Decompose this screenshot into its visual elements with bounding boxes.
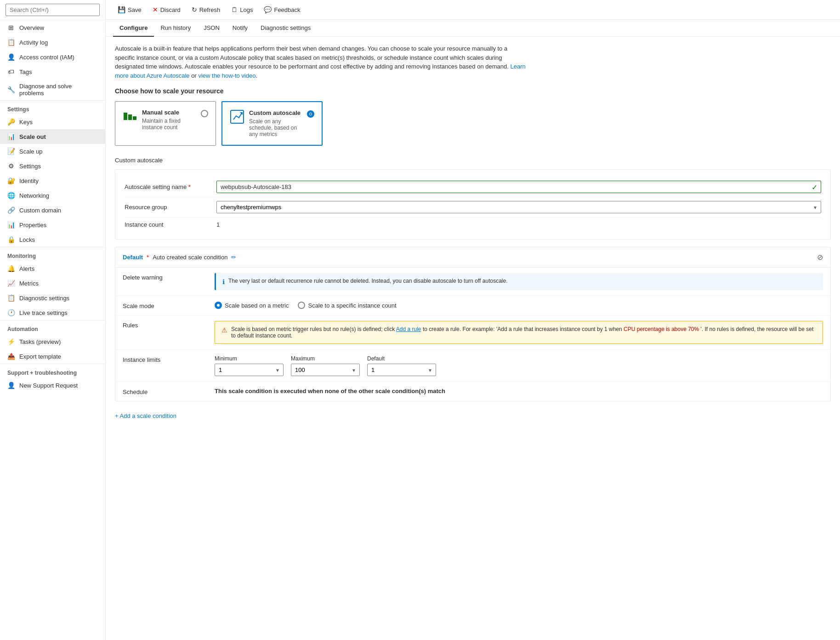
export-template-icon: 📤 <box>7 353 15 360</box>
sidebar-item-label: Access control (IAM) <box>19 54 74 61</box>
add-scale-condition-link[interactable]: + Add a scale condition <box>115 409 831 423</box>
condition-asterisk: * <box>147 254 149 261</box>
edit-condition-icon[interactable]: ✏ <box>231 254 236 261</box>
default-limit-label: Default <box>367 355 436 362</box>
condition-header: Default * Auto created scale condition ✏… <box>115 247 830 268</box>
monitoring-section-header: Monitoring <box>0 247 105 261</box>
view-video-link[interactable]: view the how-to video <box>198 72 255 79</box>
sidebar-item-label: Tags <box>19 69 32 75</box>
sidebar-item-tags[interactable]: 🏷 Tags <box>0 64 105 79</box>
minimum-field: Minimum 1 ▼ <box>215 355 284 376</box>
sidebar-item-keys[interactable]: 🔑 Keys <box>0 114 105 129</box>
svg-rect-2 <box>133 116 136 120</box>
sidebar-item-overview[interactable]: ⊞ Overview <box>0 20 105 35</box>
save-icon: 💾 <box>118 6 125 13</box>
sidebar-item-label: Networking <box>19 192 49 199</box>
autoscale-name-row: Autoscale setting name * ✓ <box>125 177 821 197</box>
required-asterisk: * <box>188 183 191 190</box>
default-label: Default <box>123 254 143 261</box>
properties-icon: 📊 <box>7 221 15 229</box>
logs-button[interactable]: 🗒 Logs <box>227 4 257 16</box>
condition-body: Delete warning ℹ The very last or defaul… <box>115 268 830 401</box>
scale-mode-label: Scale mode <box>123 302 215 309</box>
sidebar-item-metrics[interactable]: 📈 Metrics <box>0 276 105 291</box>
scale-specific-count-option[interactable]: Scale to a specific instance count <box>298 302 396 309</box>
keys-icon: 🔑 <box>7 118 15 126</box>
tab-run-history[interactable]: Run history <box>154 20 197 37</box>
tab-notify[interactable]: Notify <box>226 20 254 37</box>
search-input[interactable] <box>6 4 100 16</box>
sidebar-item-label: Custom domain <box>19 207 61 214</box>
rules-row: Rules ⚠ Scale is based on metric trigger… <box>115 315 830 350</box>
resource-group-label: Resource group <box>125 204 216 211</box>
tab-diagnostic-settings[interactable]: Diagnostic settings <box>254 20 317 37</box>
minimum-select-wrapper: 1 ▼ <box>215 364 284 376</box>
networking-icon: 🌐 <box>7 192 15 199</box>
valid-checkmark: ✓ <box>812 183 817 191</box>
discard-icon: ✕ <box>153 6 158 13</box>
custom-autoscale-radio[interactable] <box>307 110 314 118</box>
sidebar-item-label: Keys <box>19 119 33 126</box>
sidebar-item-label: Activity log <box>19 39 48 46</box>
sidebar-item-export-template[interactable]: 📤 Export template <box>0 349 105 364</box>
sidebar-item-identity[interactable]: 🔐 Identity <box>0 173 105 188</box>
sidebar-item-label: New Support Request <box>19 382 78 389</box>
sidebar-item-properties[interactable]: 📊 Properties <box>0 217 105 232</box>
scale-based-metric-option[interactable]: Scale based on a metric <box>215 302 289 309</box>
manual-scale-card[interactable]: Manual scale Maintain a fixed instance c… <box>115 101 216 146</box>
sidebar-item-diagnose[interactable]: 🔧 Diagnose and solve problems <box>0 79 105 100</box>
save-button[interactable]: 💾 Save <box>113 4 146 16</box>
custom-autoscale-card[interactable]: Custom autoscale Scale on any schedule, … <box>221 101 323 146</box>
scale-based-metric-radio[interactable] <box>215 302 222 309</box>
feedback-label: Feedback <box>274 6 300 13</box>
manual-scale-radio[interactable] <box>201 110 208 117</box>
sidebar-item-new-support[interactable]: 👤 New Support Request <box>0 378 105 393</box>
sidebar-item-live-trace[interactable]: 🕐 Live trace settings <box>0 305 105 320</box>
minimum-select[interactable]: 1 <box>215 364 284 376</box>
maximum-select[interactable]: 100 <box>291 364 360 376</box>
sidebar-item-custom-domain[interactable]: 🔗 Custom domain <box>0 203 105 217</box>
instance-count-value: 1 <box>216 221 821 228</box>
delete-condition-button[interactable]: ⊘ <box>817 253 823 262</box>
feedback-button[interactable]: 💬 Feedback <box>259 4 305 16</box>
sidebar-item-locks[interactable]: 🔒 Locks <box>0 232 105 247</box>
sidebar-item-access-control[interactable]: 👤 Access control (IAM) <box>0 50 105 64</box>
instance-limits-row: Instance limits Minimum 1 ▼ <box>115 350 830 382</box>
resource-group-select[interactable]: chenyltestpremiumwps <box>216 201 821 213</box>
sidebar-item-networking[interactable]: 🌐 Networking <box>0 188 105 203</box>
custom-autoscale-section-label: Custom autoscale <box>115 157 831 164</box>
sidebar-item-scale-up[interactable]: 📝 Scale up <box>0 144 105 159</box>
sidebar-item-activity-log[interactable]: 📋 Activity log <box>0 35 105 50</box>
condition-name: Auto created scale condition <box>153 254 227 261</box>
sidebar-item-label: Export template <box>19 353 61 360</box>
refresh-button[interactable]: ↻ Refresh <box>187 4 225 16</box>
activity-log-icon: 📋 <box>7 39 15 46</box>
sidebar-item-alerts[interactable]: 🔔 Alerts <box>0 261 105 276</box>
identity-icon: 🔐 <box>7 177 15 184</box>
sidebar-item-tasks[interactable]: ⚡ Tasks (preview) <box>0 334 105 349</box>
maximum-field: Maximum 100 ▼ <box>291 355 360 376</box>
sidebar-item-scale-out[interactable]: 📊 Scale out <box>0 129 105 144</box>
alerts-icon: 🔔 <box>7 265 15 272</box>
sidebar-item-diagnostic-settings[interactable]: 📋 Diagnostic settings <box>0 291 105 305</box>
sidebar-item-settings[interactable]: ⚙ Settings <box>0 159 105 173</box>
schedule-text: This scale condition is executed when no… <box>215 388 445 394</box>
default-select[interactable]: 1 <box>367 364 436 376</box>
sidebar: ⊞ Overview 📋 Activity log 👤 Access contr… <box>0 0 106 640</box>
discard-button[interactable]: ✕ Discard <box>148 4 185 16</box>
sidebar-item-label: Overview <box>19 24 44 31</box>
instance-count-row: Instance count 1 <box>125 217 821 232</box>
manual-scale-content: Manual scale Maintain a fixed instance c… <box>142 109 196 131</box>
access-control-icon: 👤 <box>7 53 15 61</box>
tab-json[interactable]: JSON <box>197 20 226 37</box>
add-rule-link[interactable]: Add a rule <box>396 326 421 332</box>
sidebar-search-container <box>0 0 105 20</box>
automation-section-header: Automation <box>0 320 105 334</box>
logs-icon: 🗒 <box>231 6 238 13</box>
refresh-icon: ↻ <box>192 6 197 13</box>
tab-configure[interactable]: Configure <box>113 20 154 37</box>
sidebar-item-label: Locks <box>19 236 35 243</box>
autoscale-name-input[interactable] <box>216 181 821 193</box>
scale-specific-count-radio[interactable] <box>298 302 305 309</box>
warning-icon: ⚠ <box>221 326 227 334</box>
